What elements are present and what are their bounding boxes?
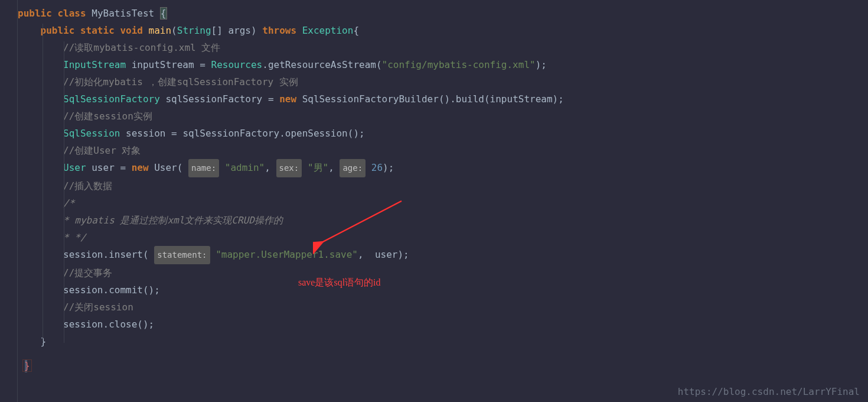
- code-line[interactable]: session.commit();: [18, 281, 868, 299]
- code-line[interactable]: //创建session实例: [18, 108, 868, 125]
- watermark: https://blog.csdn.net/LarrYFinal: [678, 386, 860, 397]
- param-hint: name:: [188, 159, 219, 177]
- code-line[interactable]: SqlSession session = sqlSessionFactory.o…: [18, 125, 868, 142]
- code-line[interactable]: InputStream inputStream = Resources.getR…: [18, 56, 868, 73]
- param-hint: statement:: [154, 246, 210, 264]
- code-line[interactable]: //插入数据: [18, 177, 868, 194]
- code-line[interactable]: }: [18, 333, 868, 350]
- indent-guide: [64, 41, 64, 343]
- annotation-label: save是该sql语句的id: [298, 277, 381, 289]
- code-line[interactable]: //关闭session: [18, 299, 868, 316]
- code-line[interactable]: session.close();: [18, 316, 868, 333]
- code-line[interactable]: public class MyBatisTest {: [18, 5, 868, 22]
- code-line[interactable]: User user = new User( name: "admin", sex…: [18, 159, 868, 177]
- code-line[interactable]: public static void main(String[] args) t…: [18, 22, 868, 39]
- code-line[interactable]: //读取mybatis-config.xml 文件: [18, 39, 868, 56]
- code-line[interactable]: //创建User 对象: [18, 142, 868, 159]
- brace-open-icon: {: [160, 7, 167, 20]
- code-line[interactable]: SqlSessionFactory sqlSessionFactory = ne…: [18, 90, 868, 108]
- code-line[interactable]: * */: [18, 229, 868, 246]
- code-line[interactable]: }: [22, 360, 32, 371]
- param-hint: sex:: [276, 159, 302, 177]
- code-editor[interactable]: public class MyBatisTest { public static…: [0, 0, 868, 350]
- indent-guide: [43, 24, 43, 342]
- code-line[interactable]: /*: [18, 194, 868, 212]
- code-line[interactable]: * mybatis 是通过控制xml文件来实现CRUD操作的: [18, 212, 868, 229]
- code-line[interactable]: //初始化mybatis ，创建sqlSessionFactory 实例: [18, 73, 868, 90]
- code-line[interactable]: session.insert( statement: "mapper.UserM…: [18, 246, 868, 264]
- param-hint: age:: [340, 159, 366, 177]
- code-line[interactable]: //提交事务: [18, 264, 868, 281]
